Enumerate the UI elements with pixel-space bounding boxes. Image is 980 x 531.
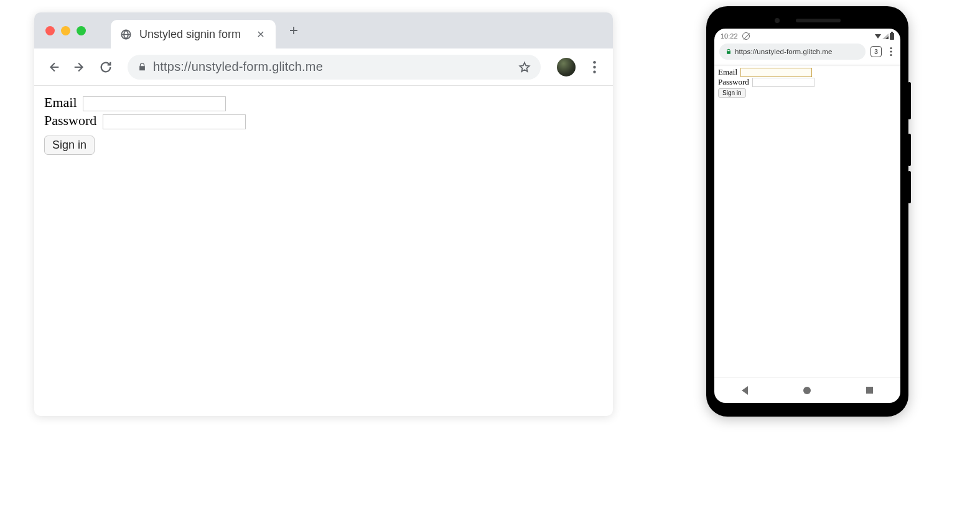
address-bar[interactable]: https://unstyled-form.glitch.me <box>128 55 541 80</box>
reload-button[interactable] <box>96 58 115 76</box>
desktop-browser-window: Unstyled signin form https://unstyled-fo… <box>34 12 613 416</box>
phone-device-frame: 10:22 https://unstyled-form.glitch.me 3 <box>706 6 908 417</box>
minimize-window-button[interactable] <box>61 26 70 35</box>
svg-point-6 <box>890 54 892 56</box>
lock-icon <box>726 48 732 55</box>
mobile-email-row: Email <box>718 67 897 77</box>
power-button[interactable] <box>908 82 911 119</box>
svg-point-1 <box>593 61 595 63</box>
battery-icon <box>890 33 894 40</box>
svg-point-5 <box>890 50 892 52</box>
do-not-disturb-icon <box>742 32 750 40</box>
android-nav-bar <box>714 377 900 403</box>
back-button[interactable] <box>44 58 63 76</box>
window-controls <box>45 26 86 35</box>
forward-button[interactable] <box>70 58 89 76</box>
browser-toolbar: https://unstyled-form.glitch.me <box>34 48 613 86</box>
tab-title: Unstyled signin form <box>139 28 243 41</box>
android-status-bar: 10:22 <box>714 29 900 44</box>
profile-avatar[interactable] <box>557 58 576 76</box>
lock-icon <box>138 62 147 72</box>
password-label: Password <box>44 113 96 128</box>
mobile-menu-button[interactable] <box>887 46 895 57</box>
close-tab-button[interactable] <box>254 28 267 40</box>
new-tab-button[interactable] <box>286 22 302 39</box>
browser-tab[interactable]: Unstyled signin form <box>111 20 276 48</box>
earpiece-speaker-icon <box>796 19 841 22</box>
globe-icon <box>119 28 132 40</box>
browser-menu-button[interactable] <box>586 58 603 76</box>
maximize-window-button[interactable] <box>77 26 86 35</box>
nav-home-button[interactable] <box>803 387 811 394</box>
bookmark-star-icon[interactable] <box>518 61 531 73</box>
tab-count-button[interactable]: 3 <box>870 46 882 57</box>
volume-up-button[interactable] <box>908 134 911 166</box>
signin-button[interactable]: Sign in <box>44 136 95 155</box>
email-label: Email <box>44 95 77 110</box>
phone-screen: 10:22 https://unstyled-form.glitch.me 3 <box>714 29 900 403</box>
wifi-icon <box>875 34 881 39</box>
email-row: Email <box>44 95 603 111</box>
mobile-email-input[interactable] <box>740 68 812 77</box>
page-content: Email Password Sign in <box>34 86 613 416</box>
tab-strip: Unstyled signin form <box>34 12 613 48</box>
url-text: https://unstyled-form.glitch.me <box>153 60 512 74</box>
cellular-signal-icon <box>882 34 889 39</box>
mobile-address-bar[interactable]: https://unstyled-form.glitch.me <box>719 44 866 60</box>
email-input[interactable] <box>83 96 226 111</box>
svg-point-4 <box>890 47 892 49</box>
svg-point-2 <box>593 65 595 68</box>
mobile-url-text: https://unstyled-form.glitch.me <box>735 48 833 55</box>
mobile-password-row: Password <box>718 77 897 87</box>
mobile-toolbar: https://unstyled-form.glitch.me 3 <box>714 44 900 63</box>
front-camera-icon <box>775 18 780 23</box>
mobile-signin-button[interactable]: Sign in <box>718 88 746 98</box>
password-row: Password <box>44 113 603 129</box>
nav-back-button[interactable] <box>742 386 748 395</box>
mobile-password-label: Password <box>718 77 749 86</box>
status-time: 10:22 <box>721 32 738 40</box>
mobile-password-input[interactable] <box>752 78 814 87</box>
close-window-button[interactable] <box>45 26 55 35</box>
mobile-email-label: Email <box>718 67 737 76</box>
password-input[interactable] <box>103 114 246 129</box>
mobile-page-content: Email Password Sign in <box>714 65 900 377</box>
volume-down-button[interactable] <box>908 171 911 203</box>
svg-point-3 <box>593 70 595 73</box>
status-right-icons <box>875 33 894 40</box>
phone-top-hardware <box>714 15 900 26</box>
nav-recent-button[interactable] <box>866 387 873 394</box>
